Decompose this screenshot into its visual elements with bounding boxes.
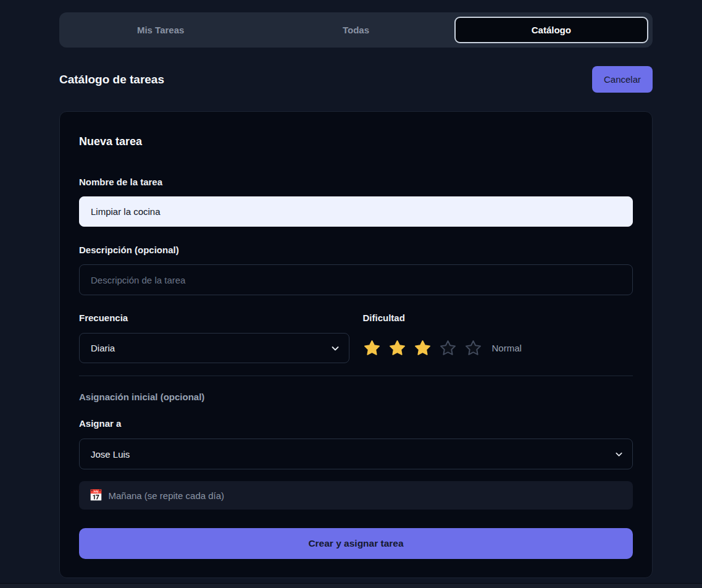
- difficulty-level-text: Normal: [492, 343, 522, 353]
- description-label: Descripción (opcional): [79, 245, 633, 254]
- due-date-placeholder: Mañana (se repite cada día): [108, 490, 224, 501]
- section-divider: [79, 376, 633, 376]
- difficulty-label: Dificultad: [363, 313, 633, 322]
- page-header: Catálogo de tareas Cancelar: [59, 66, 653, 93]
- new-task-card: Nueva tarea Nombre de la tarea Descripci…: [59, 111, 653, 578]
- app-window: Mis Tareas Todas Catálogo Catálogo de ta…: [0, 0, 702, 588]
- task-name-input[interactable]: [79, 196, 633, 227]
- card-title: Nueva tarea: [79, 135, 633, 149]
- description-input[interactable]: [79, 264, 633, 295]
- difficulty-stars: [363, 339, 490, 357]
- tab-catalogo[interactable]: Catálogo: [454, 17, 648, 43]
- frequency-selected-value: Diaria: [91, 343, 330, 353]
- task-name-label: Nombre de la tarea: [79, 177, 633, 187]
- calendar-icon: 📅: [89, 490, 102, 501]
- view-tab-bar: Mis Tareas Todas Catálogo: [59, 12, 653, 48]
- next-section-edge: [0, 583, 702, 588]
- assignment-section-title: Asignación inicial (opcional): [79, 392, 633, 401]
- assignee-selected-value: Jose Luis: [91, 449, 614, 460]
- star-icon[interactable]: [464, 339, 482, 357]
- tab-todas[interactable]: Todas: [259, 17, 453, 43]
- star-icon[interactable]: [388, 339, 406, 357]
- chevron-down-icon: [614, 450, 624, 459]
- tab-mis-tareas[interactable]: Mis Tareas: [64, 17, 257, 43]
- page-title: Catálogo de tareas: [59, 73, 164, 86]
- cancel-button[interactable]: Cancelar: [592, 66, 653, 93]
- assignee-select[interactable]: Jose Luis: [79, 439, 633, 469]
- create-assign-button[interactable]: Crear y asignar tarea: [79, 528, 633, 559]
- due-date-field[interactable]: 📅 Mañana (se repite cada día): [79, 481, 633, 510]
- difficulty-column: Dificultad Normal: [363, 313, 633, 363]
- frequency-select[interactable]: Diaria: [79, 333, 349, 363]
- frequency-label: Frecuencia: [79, 313, 349, 322]
- star-icon[interactable]: [414, 339, 432, 357]
- assign-to-label: Asignar a: [79, 418, 633, 428]
- star-icon[interactable]: [439, 339, 457, 357]
- difficulty-rating: Normal: [363, 333, 633, 363]
- star-icon[interactable]: [363, 339, 381, 357]
- chevron-down-icon: [330, 343, 340, 353]
- frequency-column: Frecuencia Diaria: [79, 313, 349, 363]
